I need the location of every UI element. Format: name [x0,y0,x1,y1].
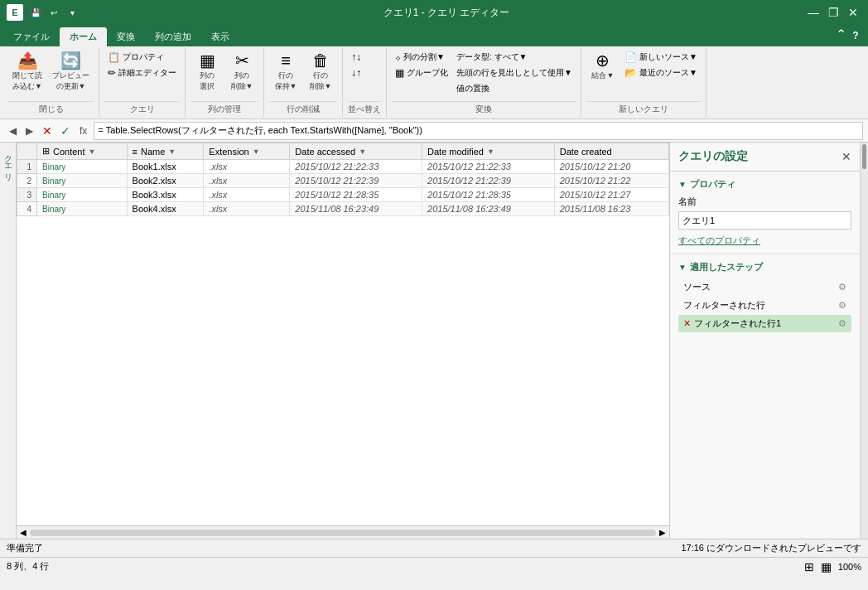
minimize-btn[interactable]: — [805,4,822,21]
right-panel-close-btn[interactable]: ✕ [841,150,851,163]
date-modified-cell: 2015/10/12 21:28:35 [422,188,555,202]
split-col-icon: ⬦ [395,51,401,63]
table-view-icon[interactable]: ▦ [821,560,832,573]
remove-rows-btn[interactable]: 🗑 行の削除▼ [304,50,337,94]
formula-cancel-btn[interactable]: ✕ [40,123,55,138]
save-quick-btn[interactable]: 💾 [28,5,43,20]
close-load-btn[interactable]: 📤 閉じて読み込む▼ [8,50,46,94]
col-header-date-modified[interactable]: Date modified ▼ [422,143,555,160]
table-row[interactable]: 2 Binary Book2.xlsx .xlsx 2015/10/12 21:… [17,174,669,188]
binary-link[interactable]: Binary [42,177,65,186]
tab-file[interactable]: ファイル [3,27,60,46]
scroll-right-btn[interactable]: ▶ [659,528,666,537]
properties-section-toggle[interactable]: ▼ プロパティ [678,178,851,191]
formula-input[interactable] [94,122,863,140]
maximize-btn[interactable]: ❐ [825,4,841,21]
ribbon-group-combine: ⊕ 結合▼ 📄 新しいソース▼ 📂 最近のソース▼ 新しいクエリ [581,48,706,117]
new-source-btn[interactable]: 📄 新しいソース▼ [621,50,701,65]
ribbon-group-row-reduce: ≡ 行の保持▼ 🗑 行の削除▼ 行の削減 [264,48,343,117]
group-by-btn[interactable]: ▦ グループ化 [392,65,451,80]
tab-add-column[interactable]: 列の追加 [145,27,201,46]
step-settings-icon[interactable]: ⚙ [838,282,846,293]
date-modified-filter-icon[interactable]: ▼ [487,148,494,156]
data-type-btn[interactable]: データ型: すべて▼ [453,50,576,65]
grid-view-icon[interactable]: ⊞ [804,560,814,573]
binary-link[interactable]: Binary [42,191,65,200]
content-cell: Binary [37,188,128,202]
formula-next-btn[interactable]: ▶ [22,123,36,138]
row-col-status-bar: 8 列、4 行 ⊞ ▦ 100% [0,557,868,575]
select-columns-btn[interactable]: ▦ 列の選択 [190,50,224,94]
query-group-label: クエリ [104,101,180,115]
formula-prev-btn[interactable]: ◀ [5,123,20,138]
steps-arrow-icon: ▼ [678,263,687,272]
date-accessed-cell: 2015/10/12 21:28:35 [290,188,422,202]
tab-transform[interactable]: 変換 [107,27,145,46]
col-header-name[interactable]: ≡ Name ▼ [127,143,204,160]
transform-group-label: 変換 [392,101,576,115]
col-mgmt-group-label: 列の管理 [190,101,258,115]
ribbon-collapse-btn[interactable]: ⌃ [836,27,846,42]
replace-values-btn[interactable]: 値の置換 [453,81,576,96]
name-filter-icon[interactable]: ▼ [168,148,176,156]
refresh-preview-btn[interactable]: 🔄 プレビューの更新▼ [48,50,94,94]
sort-asc-btn[interactable]: ↑↓ [348,50,364,65]
side-tab-query[interactable]: クエリ [0,143,17,183]
formula-confirm-btn[interactable]: ✓ [58,123,73,138]
close-load-icon: 📤 [17,52,38,69]
use-first-row-btn[interactable]: 先頭の行を見出しとして使用▼ [453,65,576,80]
table-row[interactable]: 3 Binary Book3.xlsx .xlsx 2015/10/12 21:… [17,188,669,202]
step-item[interactable]: フィルターされた行 ⚙ [678,297,851,314]
remove-columns-btn[interactable]: ✂ 列の削除▼ [225,50,258,94]
step-item[interactable]: ✕ フィルターされた行1 ⚙ [678,315,851,332]
sort-group-label: 並べ替え [348,101,381,115]
steps-section-toggle[interactable]: ▼ 適用したステップ [678,261,851,273]
table-row[interactable]: 4 Binary Book4.xlsx .xlsx 2015/11/08 16:… [17,202,669,216]
col-header-extension[interactable]: Extension ▼ [204,143,290,160]
split-column-btn[interactable]: ⬦ 列の分割▼ [392,50,451,65]
row-number-cell: 4 [17,202,37,216]
col-header-date-accessed[interactable]: Date accessed ▼ [290,143,422,160]
ext-filter-icon[interactable]: ▼ [253,148,260,156]
editor-icon: ✏ [108,67,116,79]
tab-home[interactable]: ホーム [60,27,107,46]
scroll-left-btn[interactable]: ◀ [20,528,27,537]
step-settings-icon[interactable]: ⚙ [838,318,846,329]
binary-link[interactable]: Binary [42,205,65,214]
date-created-cell: 2015/10/12 21:22 [554,174,668,188]
ribbon-group-col-mgmt: ▦ 列の選択 ✂ 列の削除▼ 列の管理 [186,48,264,117]
query-name-input[interactable] [678,211,851,230]
undo-quick-btn[interactable]: ↩ [46,5,61,20]
date-accessed-cell: 2015/10/12 21:22:33 [290,160,422,174]
quick-access-toolbar: 💾 ↩ ▾ [28,5,80,20]
window-title: クエリ1 - クエリ エディター [88,6,805,20]
quick-access-dropdown[interactable]: ▾ [65,5,80,20]
data-grid[interactable]: ⊞ Content ▼ ≡ Name ▼ [17,143,669,525]
col-header-date-created[interactable]: Date created [554,143,668,160]
keep-rows-btn[interactable]: ≡ 行の保持▼ [269,50,302,94]
table-row[interactable]: 1 Binary Book1.xlsx .xlsx 2015/10/12 21:… [17,160,669,174]
tab-view[interactable]: 表示 [201,27,239,46]
binary-link[interactable]: Binary [42,162,65,172]
query-editor-area: ⊞ Content ▼ ≡ Name ▼ [17,143,669,539]
help-btn[interactable]: ? [846,27,865,45]
recent-source-btn[interactable]: 📂 最近のソース▼ [621,65,701,80]
col-header-content[interactable]: ⊞ Content ▼ [37,143,128,160]
step-settings-icon[interactable]: ⚙ [838,300,846,311]
date-modified-cell: 2015/10/12 21:22:33 [422,160,555,174]
date-accessed-filter-icon[interactable]: ▼ [359,148,366,156]
content-filter-icon[interactable]: ▼ [89,148,96,156]
step-item[interactable]: ソース ⚙ [678,278,851,296]
h-scrollbar[interactable] [30,530,656,536]
right-panel-scrollbar[interactable] [860,143,868,539]
remove-rows-icon: 🗑 [312,52,329,69]
all-properties-link[interactable]: すべてのプロパティ [678,235,760,245]
step-label: ソース [683,281,838,293]
combine-btn[interactable]: ⊕ 結合▼ [586,50,620,84]
advanced-editor-btn[interactable]: ✏ 詳細エディター [104,65,180,80]
remove-col-icon: ✂ [235,52,249,69]
properties-btn[interactable]: 📋 プロパティ [104,50,180,65]
close-btn[interactable]: ✕ [845,4,861,21]
sort-desc-icon: ↓↑ [351,67,361,79]
sort-desc-btn[interactable]: ↓↑ [348,65,364,80]
